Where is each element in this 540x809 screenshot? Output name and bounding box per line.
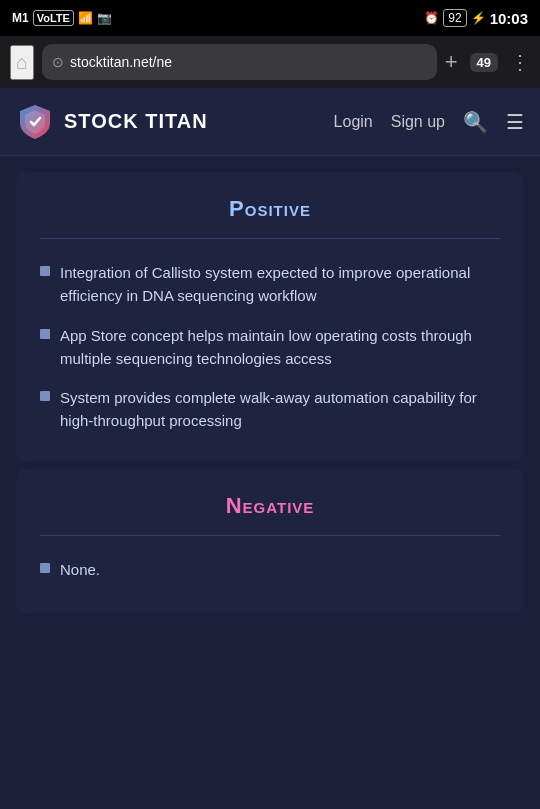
alarm-icon: ⏰ — [424, 11, 439, 25]
positive-bullet-list: Integration of Callisto system expected … — [40, 261, 500, 433]
negative-section: Negative None. — [16, 469, 524, 613]
list-item: App Store concept helps maintain low ope… — [40, 324, 500, 371]
bullet-icon — [40, 329, 50, 339]
list-item: None. — [40, 558, 500, 581]
logo-text: STOCK TITAN — [64, 110, 208, 133]
bullet-icon — [40, 563, 50, 573]
logo-icon — [16, 103, 54, 141]
url-bar[interactable]: ⊙ stocktitan.net/ne — [42, 44, 437, 80]
more-menu-button[interactable]: ⋮ — [510, 50, 530, 74]
browser-bar: ⌂ ⊙ stocktitan.net/ne + 49 ⋮ — [0, 36, 540, 88]
negative-divider — [40, 535, 500, 536]
signup-link[interactable]: Sign up — [391, 113, 445, 131]
home-button[interactable]: ⌂ — [10, 45, 34, 80]
search-button[interactable]: 🔍 — [463, 110, 488, 134]
positive-section: Positive Integration of Callisto system … — [16, 172, 524, 461]
login-link[interactable]: Login — [334, 113, 373, 131]
menu-button[interactable]: ☰ — [506, 110, 524, 134]
positive-item-3: System provides complete walk-away autom… — [60, 386, 500, 433]
url-text: stocktitan.net/ne — [70, 54, 427, 70]
list-item: Integration of Callisto system expected … — [40, 261, 500, 308]
negative-title: Negative — [40, 493, 500, 519]
nav-bar: STOCK TITAN Login Sign up 🔍 ☰ — [0, 88, 540, 156]
positive-divider — [40, 238, 500, 239]
site-logo: STOCK TITAN — [16, 103, 208, 141]
add-tab-button[interactable]: + — [445, 49, 458, 75]
nav-links: Login Sign up 🔍 ☰ — [334, 110, 524, 134]
positive-title: Positive — [40, 196, 500, 222]
negative-item-1: None. — [60, 558, 100, 581]
browser-actions: + 49 ⋮ — [445, 49, 530, 75]
status-right: ⏰ 92 ⚡ 10:03 — [424, 9, 528, 27]
carrier-label: M1 — [12, 11, 29, 25]
network-type: VoLTE — [33, 10, 74, 26]
status-bar: M1 VoLTE 📶 📷 ⏰ 92 ⚡ 10:03 — [0, 0, 540, 36]
signal-icon: 📶 — [78, 11, 93, 25]
security-icon: ⊙ — [52, 54, 64, 70]
bullet-icon — [40, 266, 50, 276]
charging-icon: ⚡ — [471, 11, 486, 25]
tab-count-badge[interactable]: 49 — [470, 53, 498, 72]
instagram-icon: 📷 — [97, 11, 112, 25]
battery-indicator: 92 — [443, 9, 466, 27]
negative-bullet-list: None. — [40, 558, 500, 581]
bullet-icon — [40, 391, 50, 401]
list-item: System provides complete walk-away autom… — [40, 386, 500, 433]
positive-item-2: App Store concept helps maintain low ope… — [60, 324, 500, 371]
time-display: 10:03 — [490, 10, 528, 27]
main-content: Positive Integration of Callisto system … — [0, 172, 540, 613]
positive-item-1: Integration of Callisto system expected … — [60, 261, 500, 308]
status-left: M1 VoLTE 📶 📷 — [12, 10, 112, 26]
